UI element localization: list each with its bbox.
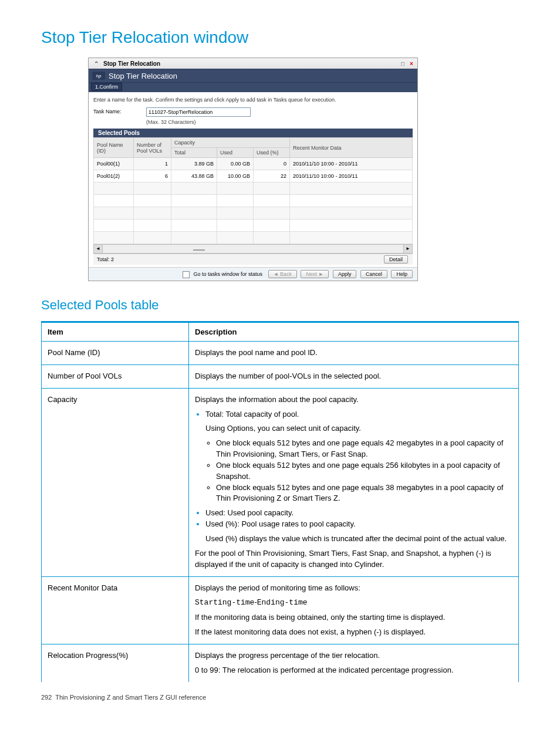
cell: 0.00 GB <box>217 158 254 170</box>
cell: 0 <box>254 158 290 170</box>
step-tabs: 1.Confirm <box>89 83 417 92</box>
apply-button[interactable]: Apply <box>333 270 357 278</box>
scroll-left-icon[interactable]: ◄ <box>94 245 103 253</box>
page-footer: 292 Thin Provisioning Z and Smart Tiers … <box>41 694 519 701</box>
collapse-icon[interactable]: ⌃ <box>93 60 100 67</box>
cell: 2010/11/10 10:00 - 2010/11 <box>290 158 413 170</box>
col-rmd: Recent Monitor Data <box>290 138 413 158</box>
table-row[interactable]: Pool00(1) 1 3.89 GB 0.00 GB 0 2010/11/10… <box>94 158 413 170</box>
section-selected-pools: Selected Pools <box>93 129 413 137</box>
ref-desc: Displays the progress percentage of the … <box>189 644 519 681</box>
ref-item: Capacity <box>42 388 189 576</box>
go-tasks-label: Go to tasks window for status <box>193 271 262 277</box>
tab-confirm[interactable]: 1.Confirm <box>91 83 122 91</box>
dialog-window: ⌃ Stop Tier Relocation □ × hp Stop Tier … <box>88 58 418 281</box>
close-icon[interactable]: × <box>408 60 415 67</box>
ref-item: Number of Pool VOLs <box>42 364 189 388</box>
cell: Pool01(2) <box>94 170 134 183</box>
ref-col-desc: Description <box>189 322 519 342</box>
task-name-label: Task Name: <box>93 107 134 114</box>
pools-table: Pool Name (ID) Number of Pool VOLs Capac… <box>93 137 413 244</box>
col-total: Total <box>171 148 217 158</box>
cell: 6 <box>134 170 171 183</box>
table-row[interactable]: Pool01(2) 6 43.88 GB 10.00 GB 22 2010/11… <box>94 170 413 183</box>
cell: 2010/11/10 10:00 - 2010/11 <box>290 170 413 183</box>
help-button[interactable]: Help <box>391 270 413 278</box>
col-used: Used <box>217 148 254 158</box>
col-usedp: Used (%) <box>254 148 290 158</box>
col-pool: Pool Name (ID) <box>94 138 134 158</box>
cell: 3.89 GB <box>171 158 217 170</box>
ref-desc: Displays the number of pool-VOLs in the … <box>189 364 519 388</box>
table-row <box>94 195 413 207</box>
ref-desc: Displays the information about the pool … <box>189 388 519 576</box>
maximize-icon[interactable]: □ <box>399 60 406 67</box>
task-name-hint: (Max. 32 Characters) <box>146 119 413 125</box>
horizontal-scrollbar[interactable]: ◄ ► <box>93 244 413 254</box>
scroll-thumb[interactable] <box>193 249 205 251</box>
total-count: Total: 2 <box>97 256 114 262</box>
ref-item: Relocation Progress(%) <box>42 644 189 681</box>
ref-desc: Displays the period of monitoring time a… <box>189 576 519 644</box>
ref-item: Pool Name (ID) <box>42 342 189 365</box>
cancel-button[interactable]: Cancel <box>360 270 387 278</box>
cell: 10.00 GB <box>217 170 254 183</box>
table-row <box>94 232 413 244</box>
cell: 43.88 GB <box>171 170 217 183</box>
col-capacity: Capacity <box>171 138 290 148</box>
cell: Pool00(1) <box>94 158 134 170</box>
go-tasks-checkbox[interactable] <box>183 271 190 278</box>
table-row <box>94 207 413 220</box>
button-bar: Go to tasks window for status ◄ Back Nex… <box>89 267 417 281</box>
back-button: ◄ Back <box>268 270 297 278</box>
ref-item: Recent Monitor Data <box>42 576 189 644</box>
reference-table: Item Description Pool Name (ID) Displays… <box>41 321 519 682</box>
ref-desc: Displays the pool name and pool ID. <box>189 342 519 365</box>
cell: 22 <box>254 170 290 183</box>
scroll-right-icon[interactable]: ► <box>403 245 412 253</box>
dialog-title: Stop Tier Relocation <box>109 72 177 80</box>
cell: 1 <box>134 158 171 170</box>
window-title: Stop Tier Relocation <box>103 60 160 67</box>
ref-col-item: Item <box>42 322 189 342</box>
table-row <box>94 220 413 232</box>
titlebar: ⌃ Stop Tier Relocation □ × <box>89 58 417 69</box>
section-heading: Selected Pools table <box>41 298 519 313</box>
task-name-input[interactable] <box>146 107 251 117</box>
next-button: Next ► <box>301 270 329 278</box>
dialog-header: hp Stop Tier Relocation <box>89 69 417 83</box>
hp-logo-icon: hp <box>92 72 105 80</box>
instruction-text: Enter a name for the task. Confirm the s… <box>93 97 413 103</box>
col-vols: Number of Pool VOLs <box>134 138 171 158</box>
table-row <box>94 183 413 195</box>
page-title: Stop Tier Relocation window <box>41 28 519 47</box>
detail-button[interactable]: Detail <box>384 255 408 264</box>
